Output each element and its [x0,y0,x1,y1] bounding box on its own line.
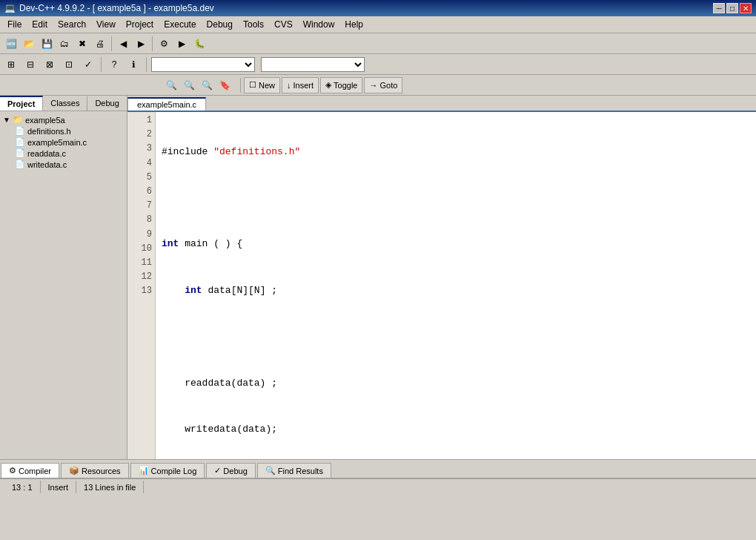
menu-window[interactable]: Window [299,18,339,31]
tree-file-definitions[interactable]: 📄 definitions.h [13,125,125,136]
open-icon[interactable]: 📂 [21,36,37,52]
compilelog-icon: 📊 [139,466,149,475]
line-num-7: 7 [130,199,152,213]
toggle-btn-icon: ◈ [325,80,331,90]
bottom-tab-compilelog[interactable]: 📊 Compile Log [130,463,205,478]
debug-icon[interactable]: 🐛 [191,36,208,52]
line-num-1: 1 [130,113,152,128]
code-line-4: int data[N][N] ; [162,283,750,299]
code-line-6: readdata(data) ; [162,376,750,392]
compile-icon[interactable]: ⚙ [156,36,172,52]
tree-children: 📄 definitions.h 📄 example5main.c 📄 readd… [1,125,125,170]
status-lines: 13 Lines in file [76,481,144,493]
info-icon[interactable]: ℹ [125,56,142,73]
check-icon[interactable]: ✓ [80,56,96,73]
close-icon[interactable]: ✖ [74,36,90,52]
menu-execute[interactable]: Execute [159,18,200,31]
project-name: example5a [25,116,65,125]
title-area: 💻 Dev-C++ 4.9.9.2 - [ example5a ] - exam… [4,3,214,13]
project-folder-icon: 📁 [13,115,23,125]
line-num-13: 13 [130,284,152,298]
menu-file[interactable]: File [3,18,26,31]
sep4 [146,57,147,72]
sidebar-tabs: Project Classes Debug [0,96,127,111]
goto-button[interactable]: → Goto [364,77,402,93]
tab-classes[interactable]: Classes [43,96,87,111]
tree-file-readdata[interactable]: 📄 readdata.c [13,148,125,159]
bookmark-icon[interactable]: 🔖 [216,77,233,93]
grid1[interactable]: ⊞ [3,56,19,73]
new-icon[interactable]: 🆕 [3,36,19,52]
zoom-in-icon[interactable]: 🔍 [163,77,179,93]
menu-debug[interactable]: Debug [202,18,237,31]
line-num-12: 12 [130,270,152,284]
file-tabs: example5main.c [127,96,756,112]
code-line-1: #include "definitions.h" [162,145,750,160]
code-line-3: int main ( ) { [162,237,750,252]
sep2 [152,36,153,51]
file-tab-main[interactable]: example5main.c [127,97,206,111]
tree-root[interactable]: ▼ 📁 example5a [1,114,125,125]
icon-toolbar: ⊞ ⊟ ⊠ ⊡ ✓ ? ℹ [0,54,756,75]
bottom-tab-findresults[interactable]: 🔍 Find Results [257,463,331,478]
run-icon[interactable]: ▶ [173,36,190,52]
code-line-5 [162,329,750,345]
class-dropdown[interactable] [151,57,255,72]
compiler-icon: ⚙ [9,466,16,475]
redo-icon[interactable]: ▶ [133,36,149,52]
tab-project[interactable]: Project [0,96,43,111]
bottom-tab-compiler[interactable]: ⚙ Compiler [1,463,59,478]
toggle-button[interactable]: ◈ Toggle [320,77,362,93]
titlebar: 💻 Dev-C++ 4.9.9.2 - [ example5a ] - exam… [0,0,756,16]
title-text: Dev-C++ 4.9.9.2 - [ example5a ] - exampl… [19,3,214,13]
menu-project[interactable]: Project [122,18,158,31]
menu-tools[interactable]: Tools [239,18,268,31]
menu-cvs[interactable]: CVS [270,18,297,31]
method-dropdown[interactable] [261,57,365,72]
line-num-3: 3 [130,142,152,156]
tab-debug[interactable]: Debug [87,96,127,111]
window-controls[interactable]: ─ □ ✕ [713,3,752,13]
sep3 [101,57,102,72]
minimize-button[interactable]: ─ [713,3,725,13]
menu-view[interactable]: View [92,18,120,31]
line-num-8: 8 [130,213,152,227]
line-num-4: 4 [130,157,152,171]
code-line-2 [162,191,750,206]
code-lines[interactable]: #include "definitions.h" int main ( ) { … [156,112,756,459]
debug-tab-icon: ✓ [214,466,221,475]
status-mode: Insert [41,481,77,493]
save-all-icon[interactable]: 🗂 [56,36,73,52]
new-button[interactable]: ☐ New [244,77,280,93]
line-num-9: 9 [130,228,152,242]
tree-file-writedata[interactable]: 📄 writedata.c [13,159,125,170]
help-icon[interactable]: ? [106,56,122,73]
tree-file-main[interactable]: 📄 example5main.c [13,136,125,148]
code-area: example5main.c 1 2 3 4 5 6 7 8 9 10 11 1… [127,96,756,459]
statusbar: 13 : 1 Insert 13 Lines in file [0,478,756,495]
bottom-tab-debug[interactable]: ✓ Debug [206,463,255,478]
bottom-tab-resources[interactable]: 📦 Resources [61,463,129,478]
maximize-button[interactable]: □ [726,3,738,13]
zoom-reset-icon[interactable]: 🔍 [199,77,215,93]
line-num-11: 11 [130,256,152,270]
grid2[interactable]: ⊟ [22,56,39,73]
menu-search[interactable]: Search [53,18,90,31]
code-content[interactable]: 1 2 3 4 5 6 7 8 9 10 11 12 13 #include "… [127,112,756,459]
grid3[interactable]: ⊠ [42,56,58,73]
line-num-5: 5 [130,171,152,185]
save-icon[interactable]: 💾 [39,36,55,52]
insert-btn-icon: ↓ [287,81,291,90]
close-button[interactable]: ✕ [740,3,752,13]
print-icon[interactable]: 🖨 [92,36,108,52]
undo-icon[interactable]: ◀ [115,36,131,52]
resources-icon: 📦 [69,466,79,475]
insert-button[interactable]: ↓ Insert [282,77,319,93]
sidebar: Project Classes Debug ▼ 📁 example5a 📄 de… [0,96,127,459]
menu-help[interactable]: Help [340,18,368,31]
menu-edit[interactable]: Edit [27,18,52,31]
collapse-icon: ▼ [3,116,10,124]
line-num-10: 10 [130,242,152,256]
zoom-out-icon[interactable]: 🔍 [181,77,197,93]
grid4[interactable]: ⊡ [61,56,77,73]
